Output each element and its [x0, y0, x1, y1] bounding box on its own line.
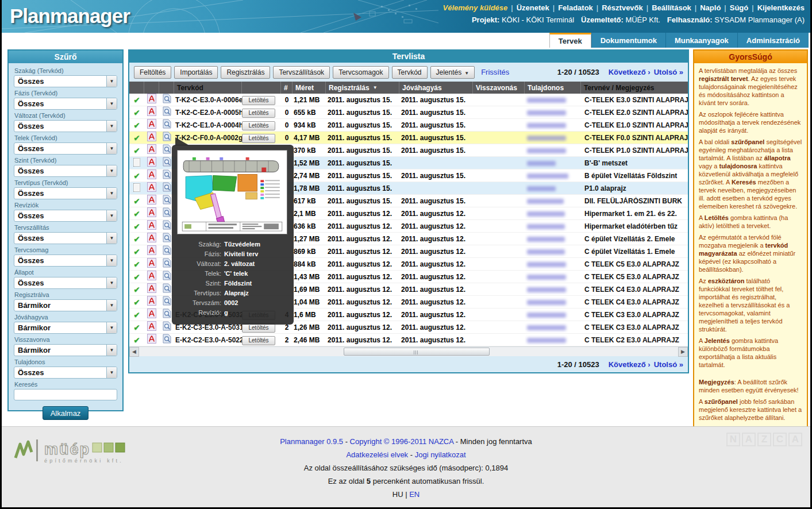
preview-icon[interactable] — [163, 159, 171, 168]
pdf-icon[interactable] — [147, 336, 156, 345]
report-button[interactable]: Jelentés▼ — [430, 66, 475, 79]
owner-name-blurred[interactable] — [525, 209, 581, 219]
preview-icon[interactable] — [163, 146, 171, 156]
filter-select-8[interactable]: Összes▼ — [14, 232, 117, 244]
pdf-icon[interactable] — [147, 234, 156, 244]
pdf-icon[interactable] — [147, 260, 156, 269]
menu-link-napl-[interactable]: Napló — [700, 3, 721, 12]
owner-name-blurred[interactable] — [525, 171, 581, 181]
preview-icon[interactable] — [163, 285, 171, 295]
footer-link[interactable]: Copyright © 1996-2011 NAZCA — [350, 437, 454, 446]
column-approved[interactable]: Jóváhagyás — [399, 82, 473, 94]
search-input[interactable] — [14, 389, 117, 400]
footer-link[interactable]: Adatkezelési elvek — [346, 450, 408, 459]
column-preview[interactable] — [159, 82, 174, 94]
table-row[interactable]: ✔T-K2-C-E2.0-A-0005hLetöltés0655 kB2011.… — [129, 106, 688, 119]
toolbar-button-feltöltés[interactable]: Feltöltés — [134, 66, 171, 79]
dropdown-arrow-icon[interactable]: ▼ — [106, 255, 117, 266]
preview-icon[interactable] — [163, 260, 171, 269]
pagination-next-link[interactable]: Következő › — [609, 68, 651, 76]
column-status[interactable] — [129, 82, 144, 94]
column-name[interactable]: Tervnév / Megjegyzés — [581, 82, 688, 94]
plan-code[interactable]: E-K2-C2-E3.0-A-5022a — [174, 336, 242, 344]
menu-link-feladatok[interactable]: Feladatok — [558, 3, 593, 12]
filter-select-6[interactable]: Összes▼ — [14, 187, 117, 199]
preview-icon[interactable] — [163, 310, 171, 320]
toolbar-button-regisztrálás[interactable]: Regisztrálás — [221, 66, 270, 79]
pdf-icon[interactable] — [147, 171, 156, 181]
filter-select-7[interactable]: Összes▼ — [14, 210, 117, 222]
download-button[interactable]: Letöltés — [242, 336, 275, 345]
preview-icon[interactable] — [163, 133, 171, 143]
column-revoked[interactable]: Visszavonás — [473, 82, 525, 94]
pdf-icon[interactable] — [147, 298, 156, 307]
dropdown-arrow-icon[interactable]: ▼ — [106, 98, 117, 109]
dropdown-arrow-icon[interactable]: ▼ — [106, 188, 117, 199]
preview-icon[interactable] — [163, 209, 171, 219]
owner-name-blurred[interactable] — [525, 145, 581, 156]
download-button[interactable]: Letöltés — [242, 323, 275, 333]
menu-link--zenetek[interactable]: Üzenetek — [517, 3, 549, 12]
pdf-icon[interactable] — [147, 133, 156, 143]
filter-select-12[interactable]: Bármikor▼ — [14, 322, 117, 334]
plan-code[interactable]: T-K2-C-E3.0-A-0006e — [174, 96, 242, 104]
owner-name-blurred[interactable] — [525, 120, 581, 130]
pdf-icon[interactable] — [147, 146, 156, 156]
dropdown-arrow-icon[interactable]: ▼ — [106, 233, 117, 244]
pagination-last-link[interactable]: Utolsó » — [654, 68, 683, 76]
download-button[interactable]: Letöltés — [242, 121, 275, 130]
owner-name-blurred[interactable] — [525, 335, 581, 345]
owner-name-blurred[interactable] — [525, 196, 581, 206]
download-button[interactable]: Letöltés — [242, 109, 275, 118]
column-registered[interactable]: Regisztrálás▼ — [326, 82, 399, 94]
footer-link[interactable]: Jogi nyilatkozat — [415, 450, 466, 459]
preview-icon[interactable] — [163, 323, 171, 333]
pdf-icon[interactable] — [147, 272, 156, 282]
pdf-icon[interactable] — [147, 222, 156, 232]
scroll-right-arrow-icon[interactable]: ▶ — [678, 347, 688, 357]
pdf-icon[interactable] — [147, 285, 156, 295]
table-row[interactable]: ✔T-K2-C-E3.0-A-0006eLetöltés01,21 MB2011… — [129, 94, 688, 106]
owner-name-blurred[interactable] — [525, 284, 581, 295]
dropdown-arrow-icon[interactable]: ▼ — [106, 367, 117, 378]
pdf-icon[interactable] — [147, 196, 156, 206]
plan-code[interactable]: T-K2-C-E2.0-A-0005h — [174, 109, 242, 117]
dropdown-arrow-icon[interactable]: ▼ — [106, 143, 117, 154]
tab-munkaanyagok[interactable]: Munkaanyagok — [665, 33, 737, 48]
dropdown-arrow-icon[interactable]: ▼ — [106, 345, 117, 356]
preview-icon[interactable] — [163, 184, 171, 194]
preview-icon[interactable] — [163, 272, 171, 282]
pdf-icon[interactable] — [147, 184, 156, 194]
owner-name-blurred[interactable] — [525, 246, 581, 257]
column-count[interactable]: # — [281, 82, 293, 94]
preview-icon[interactable] — [163, 336, 171, 345]
preview-icon[interactable] — [163, 222, 171, 232]
apply-filters-button[interactable]: Alkalmaz — [43, 406, 88, 420]
download-button[interactable]: Letöltés — [242, 134, 275, 143]
dropdown-arrow-icon[interactable]: ▼ — [106, 277, 117, 288]
filter-select-3[interactable]: Összes▼ — [14, 120, 117, 132]
pdf-icon[interactable] — [147, 121, 156, 130]
footer-link[interactable]: EN — [409, 490, 420, 499]
column-owner[interactable]: Tulajdonos — [525, 82, 581, 94]
dropdown-arrow-icon[interactable]: ▼ — [106, 76, 117, 87]
scrollbar-track[interactable] — [139, 347, 678, 357]
owner-name-blurred[interactable] — [525, 272, 581, 282]
toolbar-button-tervszállítások[interactable]: Tervszállítások — [273, 66, 330, 79]
owner-name-blurred[interactable] — [525, 158, 581, 168]
preview-icon[interactable] — [163, 298, 171, 307]
preview-icon[interactable] — [163, 108, 171, 118]
preview-icon[interactable] — [163, 247, 171, 257]
preview-icon[interactable] — [163, 121, 171, 130]
dropdown-arrow-icon[interactable]: ▼ — [106, 210, 117, 221]
dropdown-arrow-icon[interactable]: ▼ — [106, 121, 117, 132]
owner-name-blurred[interactable] — [525, 107, 581, 118]
filter-select-9[interactable]: Összes▼ — [14, 254, 117, 267]
pdf-icon[interactable] — [147, 247, 156, 257]
menu-link-r-sztvev-k[interactable]: Résztvevők — [602, 3, 643, 12]
menu-link-v-lem-ny-k-ld-se[interactable]: Vélemény küldése — [443, 3, 508, 12]
pagination-next-link[interactable]: Következő › — [609, 360, 651, 369]
toolbar-button-importálás[interactable]: Importálás — [174, 66, 218, 79]
owner-name-blurred[interactable] — [525, 234, 581, 244]
pdf-icon[interactable] — [147, 95, 156, 105]
